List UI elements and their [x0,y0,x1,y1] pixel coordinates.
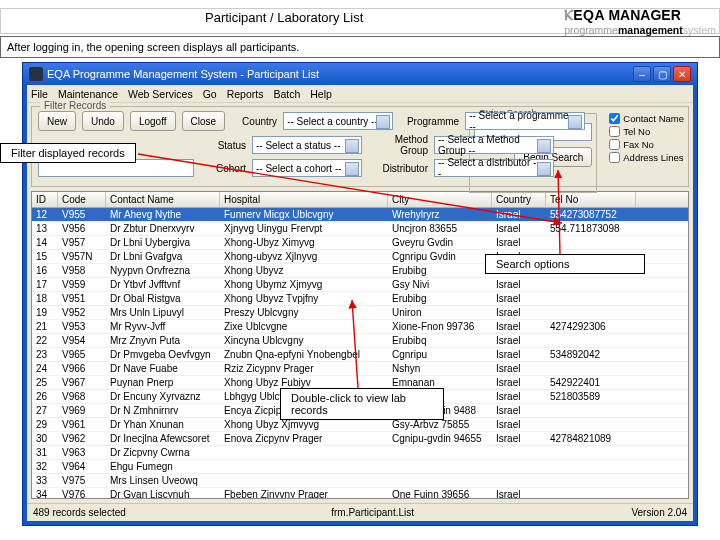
programme-dropdown[interactable]: -- Select a programme -- [465,112,585,130]
method-group-dropdown[interactable]: -- Select a Method Group -- [434,136,554,154]
table-row[interactable]: 21V953Mr Ryvv-JvffZixe UblcvgneXione-Fno… [32,320,688,334]
cell: V966 [58,363,106,374]
cell: Xjnyvg Uinygu Frervpt [220,223,388,234]
table-row[interactable]: 18V951Dr Obal RistgvaXhong Ubyvz Tvpjfny… [32,292,688,306]
col-code[interactable]: Code [58,192,106,207]
cell: 554.711873098 [546,223,636,234]
menu-batch[interactable]: Batch [273,88,300,100]
table-row[interactable]: 17V959Dr Ytbvf JvfftvnfXhong Ubymz Xjmyv… [32,278,688,292]
distributor-label: Distributor [368,163,428,174]
menu-reports[interactable]: Reports [227,88,264,100]
chk-fax-no[interactable]: Fax No [609,139,654,150]
table-row[interactable]: 34V976Dr Gvan LiscynuhFbeben Zinyvny Pra… [32,488,688,498]
country-dropdown[interactable]: -- Select a country -- [283,112,393,130]
menu-help[interactable]: Help [310,88,332,100]
table-row[interactable]: 23V965Dr Pmvgeba OevfvgynZnubn Qna-epfyn… [32,348,688,362]
cell: Dr Lbni Uybergiva [106,237,220,248]
programme-label: Programme [399,116,459,127]
country-label: Country [231,116,277,127]
cell: V957N [58,251,106,262]
col-id[interactable]: ID [32,192,58,207]
participant-grid[interactable]: ID Code Contact Name Hospital City Count… [31,191,689,499]
cell: Xhong Ubyz Fubiyv [220,377,388,388]
menubar: File Maintenance Web Services Go Reports… [27,85,693,103]
grid-body[interactable]: 12V955Mr Ahevg NytheFunnerv Micgx Ublcvg… [32,208,688,498]
cell: 18 [32,293,58,304]
cohort-dropdown[interactable]: -- Select a cohort -- [252,159,362,177]
cell: Xhong-Ubyz Ximyvg [220,237,388,248]
cell: Puynan Pnerp [106,377,220,388]
logoff-button[interactable]: Logoff [130,111,176,131]
titlebar[interactable]: EQA Programme Management System - Partic… [23,63,697,85]
cell: V961 [58,419,106,430]
cell: 30 [32,433,58,444]
cell: 521803589 [546,391,636,402]
cell: 19 [32,307,58,318]
table-row[interactable]: 32V964Ehgu Fumegn [32,460,688,474]
form-name: frm.Participant.List [331,507,414,518]
cell: Israel [492,419,546,430]
menu-file[interactable]: File [31,88,48,100]
table-row[interactable]: 30V962Dr Inecjlna AfewcsoretEnova Zicpyn… [32,432,688,446]
cell: Funnerv Micgx Ublcvgny [220,209,388,220]
table-row[interactable]: 24V966Dr Nave FuabeRziz Zicypnv PragerNs… [32,362,688,376]
undo-button[interactable]: Undo [82,111,124,131]
cell: Israel [492,377,546,388]
logo: ⲔEQA MANAGER programmemanagementsystem [564,6,716,36]
col-tel[interactable]: Tel No [546,192,636,207]
cell: 27 [32,405,58,416]
cell: V965 [58,349,106,360]
table-row[interactable]: 12V955Mr Ahevg NytheFunnerv Micgx Ublcvg… [32,208,688,222]
cell: V959 [58,279,106,290]
cell: V963 [58,447,106,458]
distributor-dropdown[interactable]: -- Select a distributor -- [434,159,554,177]
cell: Dr Ytbvf Jvfftvnf [106,279,220,290]
cell: V975 [58,475,106,486]
table-row[interactable]: 19V952Mrs Unln LipuvylPreszy UblcvgnyUni… [32,306,688,320]
cell: Dr Pmvgeba Oevfvgyn [106,349,220,360]
table-row[interactable]: 14V957Dr Lbni UybergivaXhong-Ubyz Ximyvg… [32,236,688,250]
cell: V976 [58,489,106,498]
cell: Dr Gvan Liscynuh [106,489,220,498]
logo-mark: Ⲕ [564,6,573,23]
cell: Zixe Ublcvgne [220,321,388,332]
close-button[interactable]: Close [182,111,226,131]
cell: Emnanan [388,377,492,388]
cell: Israel [492,335,546,346]
maximize-button[interactable]: ▢ [653,66,671,82]
chk-tel-no[interactable]: Tel No [609,126,650,137]
cell: 42784821089 [546,433,636,444]
new-button[interactable]: New [38,111,76,131]
close-window-button[interactable]: ✕ [673,66,691,82]
cell: 31 [32,447,58,458]
menu-maintenance[interactable]: Maintenance [58,88,118,100]
cell: 24 [32,363,58,374]
menu-go[interactable]: Go [203,88,217,100]
cell: Israel [492,363,546,374]
cell: Israel [492,433,546,444]
col-contact[interactable]: Contact Name [106,192,220,207]
cell: Mrs Unln Lipuvyl [106,307,220,318]
col-city[interactable]: City [388,192,492,207]
cell: 17 [32,279,58,290]
cell: V964 [58,461,106,472]
chk-contact-name[interactable]: Contact Name [609,113,684,124]
cell: Fbeben Zinyvny Prager [220,489,388,498]
cell: V969 [58,405,106,416]
col-hospital[interactable]: Hospital [220,192,388,207]
menu-webservices[interactable]: Web Services [128,88,193,100]
chk-address-lines[interactable]: Address Lines [609,152,683,163]
col-country[interactable]: Country [492,192,546,207]
table-row[interactable]: 22V954Mrz Znyvn PutaXincyna UblcvgnyErub… [32,334,688,348]
table-row[interactable]: 33V975Mrs Linsen Uveowq [32,474,688,488]
cell: Enova Zicpynv Prager [220,433,388,444]
table-row[interactable]: 13V956Dr Zbtur DnerxvyrvXjnyvg Uinygu Fr… [32,222,688,236]
table-row[interactable]: 31V963Dr Zicpvny Cwrna [32,446,688,460]
callout-filter-records: Filter displayed records [0,143,136,163]
minimize-button[interactable]: – [633,66,651,82]
app-icon [29,67,43,81]
status-dropdown[interactable]: -- Select a status -- [252,136,362,154]
table-row[interactable]: 29V961Dr Yhan XnunanXhong Ubyz XjmvyvgGs… [32,418,688,432]
cell: Dr Obal Ristgva [106,293,220,304]
cell: Erubibg [388,265,492,276]
